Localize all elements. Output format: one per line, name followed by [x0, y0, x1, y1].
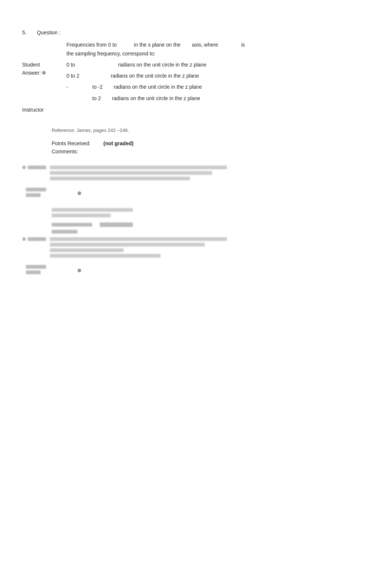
freq-text-start: Frequencies from 0 to — [66, 42, 117, 48]
option-3-blank2 — [103, 83, 114, 91]
answer-options-list: 0 to radians on the unit circle in the z… — [66, 61, 370, 106]
reference-block: Reference: James, pages 242 –246. — [22, 127, 370, 133]
question-text: Frequencies from 0 to in the s plane on … — [66, 41, 245, 58]
freq-text-end: axis, where — [192, 42, 218, 48]
points-label: Points Received: — [52, 140, 103, 146]
blurred-slabel-2 — [26, 193, 41, 197]
blurred-student-dot-q7 — [78, 269, 81, 272]
blurred-student-label-q7 — [26, 265, 70, 274]
comments-label: Comments: — [52, 149, 78, 154]
option-1-text: radians on the unit circle in the z plan… — [118, 61, 206, 69]
option-2-text: radians on the unit circle in the z plan… — [111, 72, 199, 80]
blurred-answer-dot — [78, 191, 81, 195]
blurred-q7-slabel-1 — [26, 265, 46, 269]
blurred-question-7 — [22, 237, 370, 258]
question-line2: the sampling frequency, correspond to: — [66, 50, 245, 58]
blurred-question-6 — [22, 166, 370, 180]
option-2-blank — [89, 72, 111, 80]
blurred-q6-ref-area — [52, 208, 133, 217]
blurred-q7-num — [22, 237, 46, 241]
option-3-text: radians on the unit circle in the z plan… — [114, 83, 202, 91]
question-text-area: Frequencies from 0 to in the s plane on … — [22, 41, 370, 58]
student-answer-section: Student Answer: 0 to radians on the unit… — [22, 61, 370, 106]
blurred-q7-content — [50, 237, 370, 258]
reference-text: Reference: James, pages 242 –246. — [52, 127, 129, 133]
question-label: Question : — [37, 30, 61, 35]
option-3: - to -2 radians on the unit circle in th… — [66, 83, 370, 91]
blurred-num-dot — [22, 166, 26, 169]
blurred-student-label-q6 — [26, 188, 70, 197]
blurred-q7-line4 — [50, 254, 161, 258]
option-4-text: radians on the unit circle in the z plan… — [112, 94, 200, 102]
blurred-q7-student — [26, 265, 370, 274]
option-3-blank1 — [74, 83, 92, 91]
instructor-text: Instructor — [22, 107, 44, 113]
blurred-num-bar — [28, 166, 46, 169]
blurred-q7-line2 — [50, 243, 205, 246]
option-4-blank2 — [74, 94, 92, 102]
option-1: 0 to radians on the unit circle in the z… — [66, 61, 370, 69]
option-3-to-neg2: to -2 — [92, 83, 103, 91]
blurred-ref-line — [52, 208, 133, 212]
blurred-q7-slabel-2 — [26, 271, 41, 274]
blurred-comments — [52, 230, 78, 234]
blurred-q6-num — [22, 166, 46, 169]
blurred-q7-dot — [22, 237, 26, 241]
student-label-line1: Student — [22, 61, 66, 69]
blurred-student-dot-q6 — [78, 191, 81, 195]
blurred-q7-num-bar — [28, 237, 46, 241]
blurred-content-3 — [50, 177, 190, 180]
blurred-ref-line2 — [52, 214, 111, 217]
blurred-points-label — [52, 223, 92, 227]
blurred-content-2 — [50, 171, 212, 175]
blurred-points-val — [100, 222, 133, 227]
option-1-blank — [89, 61, 118, 69]
option-3-dash: - — [66, 83, 74, 91]
blurred-q7-line3 — [50, 248, 124, 252]
blurred-q7-answer-dot — [78, 269, 81, 272]
blurred-q6-ref-points — [22, 208, 370, 234]
blurred-q7-line1 — [50, 237, 227, 241]
question-5-block: Frequencies from 0 to in the s plane on … — [22, 41, 370, 113]
blurred-q6-labels — [52, 208, 370, 217]
freq-text-mid: in the s plane on the — [134, 42, 180, 48]
student-label-line2: Answer: — [22, 69, 41, 77]
option-4-blank3 — [101, 94, 112, 102]
option-4-to2: to 2 — [92, 94, 101, 102]
option-2-prefix: 0 to 2 — [66, 72, 89, 80]
points-row: Points Received: (not graded) — [22, 140, 370, 146]
question-5-header: 5. Question : — [22, 30, 370, 35]
option-2: 0 to 2 radians on the unit circle in the… — [66, 72, 370, 80]
student-label: Student Answer: — [22, 61, 66, 77]
comments-row: Comments: — [22, 149, 370, 154]
option-4-blank1 — [66, 94, 74, 102]
question-line1: Frequencies from 0 to in the s plane on … — [66, 41, 245, 50]
blurred-content-1 — [50, 166, 227, 169]
freq-text-last: is — [241, 42, 245, 48]
points-value: (not graded) — [103, 140, 134, 146]
instructor-label: Instructor — [22, 107, 370, 113]
question-number: 5. — [22, 30, 37, 35]
blurred-slabel-1 — [26, 188, 46, 191]
student-answer-row: Answer: — [22, 69, 66, 77]
blurred-q6-student — [26, 188, 370, 197]
option-4: to 2 radians on the unit circle in the z… — [66, 94, 370, 102]
blurred-q6-points — [52, 222, 370, 227]
student-answer-dot — [42, 71, 46, 75]
option-1-prefix: 0 to — [66, 61, 89, 69]
blurred-q6-content — [50, 166, 370, 180]
